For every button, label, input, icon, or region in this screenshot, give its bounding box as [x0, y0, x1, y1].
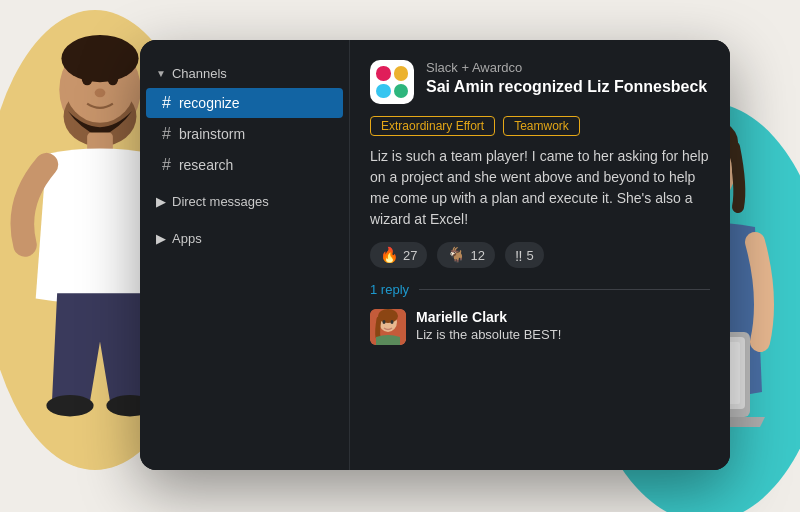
reply-divider: 1 reply	[370, 282, 710, 297]
reply-avatar	[370, 309, 406, 345]
fire-count: 27	[403, 248, 417, 263]
main-card: ▼ Channels # recognize # brainstorm # re…	[140, 40, 730, 470]
hash-icon-brainstorm: #	[162, 125, 171, 143]
svg-point-29	[391, 320, 394, 324]
reply-content: Marielle Clark Liz is the absolute BEST!	[416, 309, 710, 342]
reply-item: Marielle Clark Liz is the absolute BEST!	[370, 309, 710, 345]
svg-point-5	[95, 89, 106, 98]
direct-messages-section[interactable]: ▶ Direct messages	[140, 186, 349, 217]
reaction-goat[interactable]: 🐐 12	[437, 242, 494, 268]
post-body: Liz is such a team player! I came to her…	[370, 146, 710, 230]
fire-emoji: 🔥	[380, 246, 399, 264]
post-title-block: Slack + Awardco Sai Amin recognized Liz …	[426, 60, 710, 98]
sidebar-item-label-recognize: recognize	[179, 95, 240, 111]
exclamation-emoji: ‼️	[515, 247, 523, 264]
post-header: Slack + Awardco Sai Amin recognized Liz …	[370, 60, 710, 104]
apps-arrow-icon: ▶	[156, 231, 166, 246]
dm-arrow-icon: ▶	[156, 194, 166, 209]
reply-count[interactable]: 1 reply	[370, 282, 409, 297]
tags-container: Extraordinary Effort Teamwork	[370, 116, 710, 136]
slack-cell-green	[394, 84, 409, 99]
reply-author-name: Marielle Clark	[416, 309, 710, 325]
sidebar-item-label-brainstorm: brainstorm	[179, 126, 245, 142]
sidebar-item-label-research: research	[179, 157, 233, 173]
hash-icon-research: #	[162, 156, 171, 174]
slack-cell-blue	[376, 84, 391, 99]
svg-point-28	[383, 320, 386, 324]
channels-label: Channels	[172, 66, 227, 81]
direct-messages-label: Direct messages	[172, 194, 269, 209]
goat-emoji: 🐐	[447, 246, 466, 264]
exclamation-count: 5	[526, 248, 533, 263]
reply-text: Liz is the absolute BEST!	[416, 327, 710, 342]
avatar-svg	[370, 309, 406, 345]
tag-extraordinary[interactable]: Extraordinary Effort	[370, 116, 495, 136]
reaction-fire[interactable]: 🔥 27	[370, 242, 427, 268]
svg-point-6	[61, 35, 138, 82]
reply-line	[419, 289, 710, 290]
app-logo	[370, 60, 414, 104]
content-area: Slack + Awardco Sai Amin recognized Liz …	[350, 40, 730, 470]
sidebar: ▼ Channels # recognize # brainstorm # re…	[140, 40, 350, 470]
reactions-container: 🔥 27 🐐 12 ‼️ 5	[370, 242, 710, 268]
sidebar-item-recognize[interactable]: # recognize	[146, 88, 343, 118]
slack-logo-grid	[376, 66, 408, 98]
scene: ▼ Channels # recognize # brainstorm # re…	[0, 0, 800, 512]
sidebar-item-brainstorm[interactable]: # brainstorm	[146, 119, 343, 149]
channels-arrow-icon: ▼	[156, 68, 166, 79]
apps-section[interactable]: ▶ Apps	[140, 223, 349, 254]
apps-label: Apps	[172, 231, 202, 246]
slack-cell-red	[376, 66, 391, 81]
reaction-exclamation[interactable]: ‼️ 5	[505, 242, 544, 268]
channels-section[interactable]: ▼ Channels	[140, 60, 349, 87]
sidebar-item-research[interactable]: # research	[146, 150, 343, 180]
post-app-name: Slack + Awardco	[426, 60, 710, 75]
goat-count: 12	[470, 248, 484, 263]
svg-point-10	[46, 395, 93, 416]
tag-teamwork[interactable]: Teamwork	[503, 116, 580, 136]
post-recognition-text: Sai Amin recognized Liz Fonnesbeck	[426, 77, 710, 98]
slack-cell-yellow	[394, 66, 409, 81]
hash-icon-recognize: #	[162, 94, 171, 112]
